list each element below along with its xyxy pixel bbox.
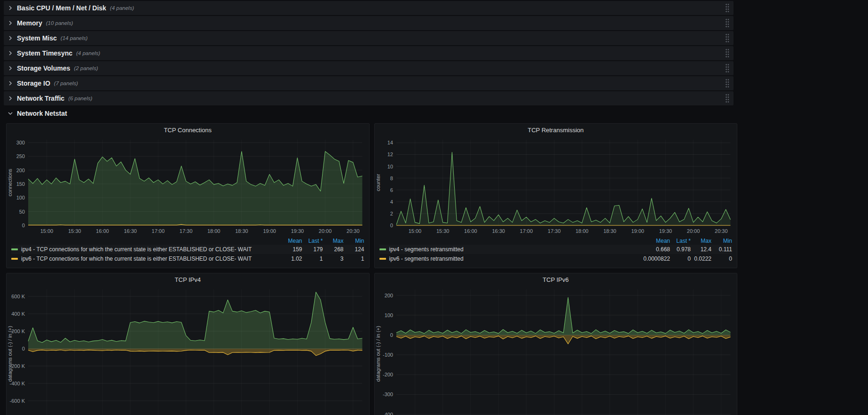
- legend-value-min: 0.111: [711, 246, 732, 253]
- svg-text:-200: -200: [382, 372, 393, 377]
- svg-text:16:30: 16:30: [492, 228, 505, 234]
- svg-text:19:00: 19:00: [263, 228, 276, 234]
- drag-handle-icon[interactable]: [726, 94, 730, 103]
- svg-text:-300: -300: [382, 391, 393, 397]
- panels-grid: TCP Connections 15:0015:3016:0016:3017:0…: [6, 123, 737, 415]
- drag-handle-icon[interactable]: [726, 64, 730, 73]
- row-panel-count: (6 panels): [68, 96, 92, 101]
- row-storage-volumes[interactable]: Storage Volumes (2 panels): [4, 61, 734, 75]
- legend-value-max: 0.0222: [691, 255, 711, 262]
- row-panel-count: (2 panels): [74, 65, 98, 71]
- legend-series-label[interactable]: ipv6 - TCP connections for which the cur…: [11, 255, 269, 262]
- row-title: Memory: [17, 19, 42, 27]
- legend-header-cell[interactable]: Mean: [637, 238, 670, 244]
- series-color-swatch: [11, 258, 18, 260]
- drag-handle-icon[interactable]: [726, 19, 730, 28]
- panel-title[interactable]: TCP IPv4: [175, 276, 201, 283]
- chevron-right-icon: [8, 50, 13, 56]
- row-basic-cpu-mem-net-disk[interactable]: Basic CPU / Mem / Net / Disk (4 panels): [4, 1, 734, 15]
- tcp-retransmission-chart[interactable]: 15:0015:3016:0016:3017:0017:3018:0018:30…: [375, 136, 737, 236]
- legend-header-cell[interactable]: Max: [323, 238, 344, 244]
- svg-text:19:30: 19:30: [659, 228, 672, 234]
- legend-header-cell[interactable]: Min: [344, 238, 364, 244]
- row-system-timesync[interactable]: System Timesync (4 panels): [4, 46, 734, 60]
- panel-title[interactable]: TCP IPv6: [543, 276, 568, 283]
- svg-text:2: 2: [390, 211, 393, 216]
- drag-handle-icon[interactable]: [726, 4, 730, 13]
- legend-value-min: 124: [344, 246, 364, 253]
- chevron-right-icon: [8, 5, 13, 11]
- row-network-netstat[interactable]: Network Netstat: [4, 106, 734, 120]
- legend-row: ipv4 - TCP connections for which the cur…: [11, 245, 364, 254]
- row-network-traffic[interactable]: Network Traffic (6 panels): [4, 91, 734, 105]
- legend-header-cell[interactable]: Last *: [302, 238, 323, 244]
- svg-text:20:00: 20:00: [319, 228, 332, 234]
- series-color-swatch: [379, 248, 386, 250]
- row-title: System Timesync: [17, 49, 72, 57]
- legend-row: ipv4 - segments retransmitted0.6680.9781…: [379, 245, 733, 254]
- legend-value-mean: 0.668: [637, 246, 670, 253]
- panel-header[interactable]: TCP IPv6: [375, 273, 737, 286]
- legend-header-cell[interactable]: Min: [711, 238, 732, 244]
- svg-text:19:00: 19:00: [631, 228, 644, 234]
- legend-header-cell[interactable]: Mean: [269, 238, 302, 244]
- row-panel-count: (4 panels): [76, 50, 100, 56]
- legend-value-last: 179: [302, 246, 323, 253]
- row-memory[interactable]: Memory (10 panels): [4, 16, 734, 30]
- chevron-right-icon: [8, 80, 13, 86]
- row-storage-io[interactable]: Storage IO (7 panels): [4, 76, 734, 90]
- drag-handle-icon[interactable]: [726, 34, 730, 43]
- svg-text:counter: counter: [375, 174, 380, 191]
- svg-text:15:00: 15:00: [40, 228, 54, 234]
- svg-text:300: 300: [16, 140, 25, 145]
- row-title: Basic CPU / Mem / Net / Disk: [17, 4, 106, 12]
- svg-text:20:00: 20:00: [687, 228, 700, 234]
- row-system-misc[interactable]: System Misc (14 panels): [4, 31, 734, 45]
- svg-text:18:00: 18:00: [207, 228, 221, 234]
- svg-text:200 K: 200 K: [11, 328, 25, 334]
- legend-header: MeanLast *MaxMin: [379, 237, 733, 245]
- panel-tcp-retransmission: TCP Retransmission 15:0015:3016:0016:301…: [374, 123, 738, 268]
- svg-text:4: 4: [390, 199, 393, 205]
- svg-text:6: 6: [390, 187, 393, 193]
- panel-header[interactable]: TCP Connections: [7, 124, 369, 136]
- svg-text:12: 12: [387, 152, 393, 157]
- svg-text:-600 K: -600 K: [10, 398, 25, 404]
- svg-text:100: 100: [16, 195, 25, 200]
- svg-text:17:30: 17:30: [180, 228, 193, 234]
- svg-text:0: 0: [22, 223, 25, 228]
- svg-text:18:30: 18:30: [603, 228, 616, 234]
- legend-series-label[interactable]: ipv4 - TCP connections for which the cur…: [11, 246, 269, 253]
- panel-tcp-ipv6: TCP IPv6 15:0015:3016:0016:3017:0017:301…: [374, 273, 738, 415]
- panel-tcp-connections: TCP Connections 15:0015:3016:0016:3017:0…: [6, 123, 370, 268]
- legend-header-cell[interactable]: Last *: [670, 238, 691, 244]
- svg-text:connections: connections: [7, 168, 13, 196]
- svg-text:600 K: 600 K: [11, 294, 25, 299]
- svg-text:16:00: 16:00: [96, 228, 109, 234]
- legend-row: ipv6 - TCP connections for which the cur…: [11, 254, 364, 263]
- svg-text:0: 0: [390, 332, 393, 338]
- legend-header-cell[interactable]: Max: [691, 238, 711, 244]
- panel-header[interactable]: TCP IPv4: [7, 273, 369, 286]
- grafana-dashboard: Basic CPU / Mem / Net / Disk (4 panels) …: [0, 0, 868, 415]
- drag-handle-icon[interactable]: [726, 49, 730, 58]
- svg-text:20:30: 20:30: [347, 228, 360, 234]
- svg-text:8: 8: [390, 176, 393, 181]
- tcp-ipv6-chart[interactable]: 15:0015:3016:0016:3017:0017:3018:0018:30…: [375, 286, 737, 415]
- row-title: System Misc: [17, 34, 57, 42]
- panel-header[interactable]: TCP Retransmission: [375, 124, 737, 136]
- chevron-right-icon: [8, 35, 13, 41]
- legend-value-mean: 159: [269, 246, 302, 253]
- svg-text:-100: -100: [382, 352, 393, 358]
- drag-handle-icon[interactable]: [726, 79, 730, 88]
- legend-row: ipv6 - segments retransmitted0.000082200…: [379, 254, 733, 263]
- panel-title[interactable]: TCP Connections: [164, 127, 212, 134]
- legend-series-label[interactable]: ipv4 - segments retransmitted: [379, 246, 638, 253]
- tcp-connections-chart[interactable]: 15:0015:3016:0016:3017:0017:3018:0018:30…: [7, 136, 369, 236]
- legend-value-mean: 1.02: [269, 255, 302, 262]
- svg-text:100: 100: [384, 312, 393, 318]
- tcp-ipv4-chart[interactable]: 15:0015:3016:0016:3017:0017:3018:0018:30…: [7, 286, 369, 415]
- panel-tcp-ipv4: TCP IPv4 15:0015:3016:0016:3017:0017:301…: [6, 273, 370, 415]
- legend-series-label[interactable]: ipv6 - segments retransmitted: [379, 255, 638, 262]
- panel-title[interactable]: TCP Retransmission: [528, 127, 584, 134]
